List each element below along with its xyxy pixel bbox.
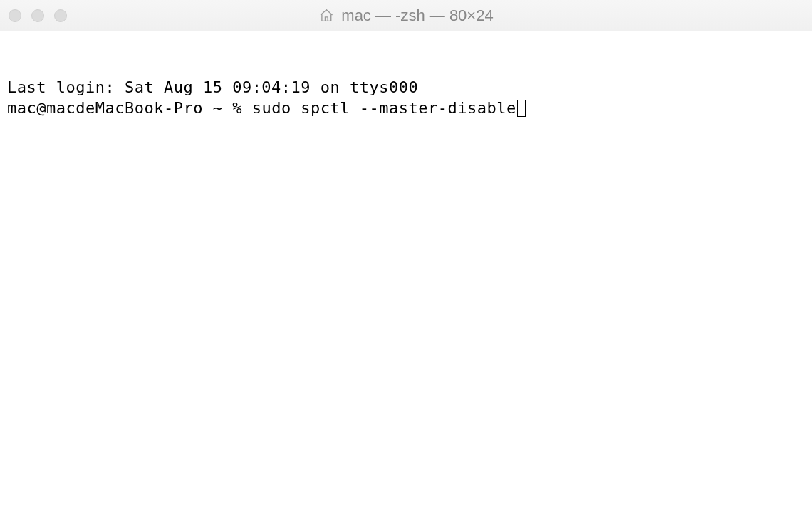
close-button[interactable]	[9, 9, 21, 22]
cursor	[517, 100, 526, 117]
home-icon	[318, 8, 334, 24]
shell-prompt: mac@macdeMacBook-Pro ~ %	[7, 98, 252, 119]
titlebar[interactable]: mac — -zsh — 80×24	[0, 0, 812, 31]
window-title-container: mac — -zsh — 80×24	[318, 6, 493, 25]
window-title: mac — -zsh — 80×24	[341, 6, 493, 25]
prompt-line: mac@macdeMacBook-Pro ~ % sudo spctl --ma…	[7, 98, 805, 119]
terminal-window: mac — -zsh — 80×24 Last login: Sat Aug 1…	[0, 0, 812, 520]
maximize-button[interactable]	[54, 9, 67, 22]
last-login-line: Last login: Sat Aug 15 09:04:19 on ttys0…	[7, 78, 805, 98]
terminal-body[interactable]: Last login: Sat Aug 15 09:04:19 on ttys0…	[0, 31, 812, 520]
traffic-lights	[9, 9, 67, 22]
command-text: sudo spctl --master-disable	[252, 98, 516, 119]
minimize-button[interactable]	[31, 9, 44, 22]
